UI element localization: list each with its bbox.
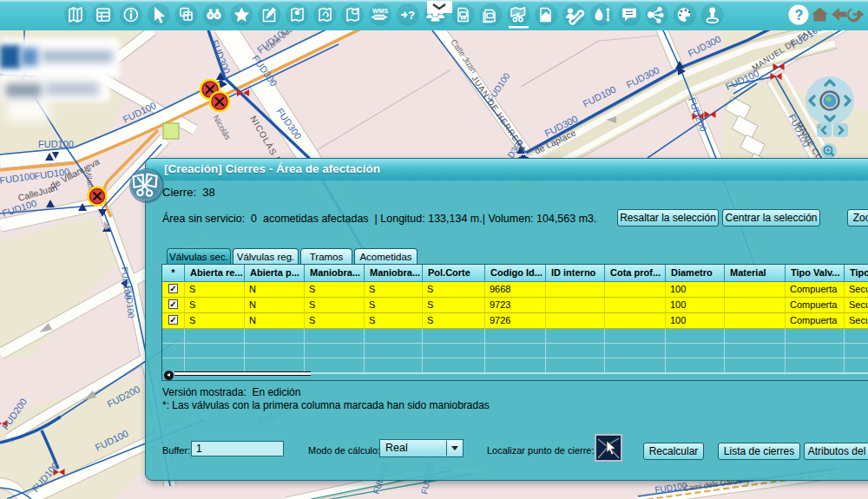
svg-text:?: ? — [408, 9, 415, 22]
svg-text:FUD100: FUD100 — [38, 139, 74, 149]
svg-text:?: ? — [795, 8, 804, 23]
svg-text:WMS: WMS — [372, 7, 388, 15]
